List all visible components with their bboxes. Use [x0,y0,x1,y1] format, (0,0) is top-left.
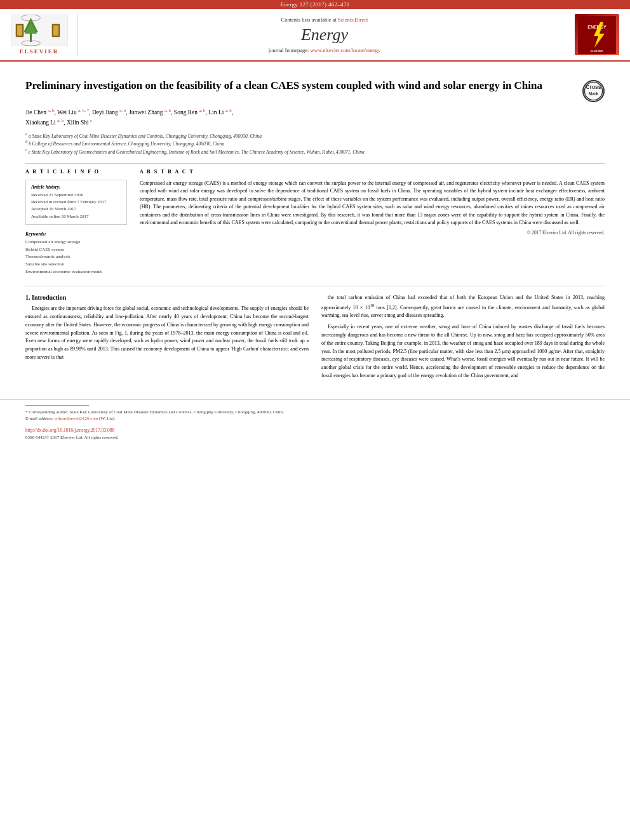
keyword-4: Suitable site selection [25,261,127,269]
article-info-title: A R T I C L E I N F O [25,169,127,175]
page-footer: * Corresponding author. State Key Labora… [0,399,630,445]
keywords-label: Keywords: [25,231,127,237]
keyword-1: Compressed air energy storage [25,239,127,246]
svg-rect-5 [17,25,22,36]
received-revised: Received in revised form 7 February 2017 [31,199,121,206]
intro-left-col: 1. Introduction Energies are the importa… [25,294,309,383]
journal-citation-bar: Energy 127 (2017) 462–478 [0,0,630,9]
elsevier-text: ELSEVIER [20,48,59,55]
history-label: Article history: [31,184,121,190]
article-history-box: Article history: Received 21 September 2… [25,180,127,225]
footnote-divider [25,405,89,406]
keywords-section: Keywords: Compressed air energy storage … [25,231,127,276]
svg-text:ENERGY: ENERGY [587,25,607,29]
intro-para-3: Especially in recent years, one of extre… [321,323,605,380]
energy-logo-right: ENERGY ELSEVIER [572,14,622,55]
journal-citation: Energy 127 (2017) 462–478 [280,1,349,8]
introduction-section: 1. Introduction Energies are the importa… [25,286,605,383]
received-date: Received 21 September 2016 [31,192,121,199]
journal-homepage: journal homepage: www.elsevier.com/locat… [269,47,380,53]
footnote-corresponding: * Corresponding author. State Key Labora… [25,409,605,416]
keyword-2: Hybrid CAES system [25,246,127,254]
keyword-5: Environmental-economic evaluation model [25,269,127,276]
info-abstract-section: A R T I C L E I N F O Article history: R… [25,169,605,276]
keyword-3: Thermodynamic analysis [25,253,127,261]
affiliations: a a State Key Laboratory of Coal Mine Di… [25,131,605,156]
energy-logo-box: ENERGY ELSEVIER [575,14,619,55]
science-direct-text: Contents lists available at ScienceDirec… [281,17,368,23]
abstract-title: A B S T R A C T [140,169,605,175]
journal-center: Contents lists available at ScienceDirec… [84,14,565,55]
doi-link[interactable]: http://dx.doi.org/10.1016/j.energy.2017.… [25,427,114,433]
crossmark-circle: Cross Mark [582,80,605,102]
header-divider [25,163,605,164]
issn-text: 0360-5442/© 2017 Elsevier Ltd. All right… [25,435,605,440]
article-info-column: A R T I C L E I N F O Article history: R… [25,169,127,276]
journal-header: ELSEVIER Contents lists available at Sci… [0,9,630,62]
intro-right-text: the total carbon emission of China had e… [321,294,605,380]
crossmark-badge: Cross Mark [582,80,605,102]
accepted-date: Accepted 18 March 2017 [31,206,121,213]
abstract-text: Compressed air energy storage (CAES) is … [140,180,605,227]
homepage-link[interactable]: www.elsevier.com/locate/energy [310,47,380,53]
authors-line: Jie Chen a, b, Wei Liu a, b, *, Deyi Jia… [25,107,605,128]
copyright-notice: © 2017 Elsevier Ltd. All rights reserved… [140,230,605,236]
svg-text:Cross: Cross [586,84,601,90]
energy-logo-graphic: ENERGY ELSEVIER [578,16,616,54]
intro-section-title: 1. Introduction [25,294,309,301]
available-date: Available online 20 March 2017 [31,213,121,220]
article-title: Preliminary investigation on the feasibi… [25,79,605,93]
elsevier-logo: ELSEVIER [8,14,77,55]
elsevier-logo-svg [11,15,68,46]
science-direct-link[interactable]: ScienceDirect [338,17,368,23]
page: Energy 127 (2017) 462–478 ELSEVIER [0,0,630,840]
intro-para-1: Energies are the important driving force… [25,305,309,362]
svg-text:Mark: Mark [589,91,599,96]
intro-right-col: the total carbon emission of China had e… [321,294,605,383]
svg-text:ELSEVIER: ELSEVIER [591,50,603,53]
email-link[interactable]: wliusmliuwei@126.com [55,416,98,421]
main-content: Cross Mark Preliminary investigation on … [0,62,630,390]
intro-left-text: Energies are the important driving force… [25,305,309,362]
intro-two-col: 1. Introduction Energies are the importa… [25,294,605,383]
footnote-email: E-mail address: wliusmliuwei@126.com (W.… [25,415,605,422]
intro-para-2: the total carbon emission of China had e… [321,294,605,320]
journal-name: Energy [301,25,348,44]
svg-rect-7 [53,25,58,36]
abstract-column: A B S T R A C T Compressed air energy st… [140,169,605,276]
